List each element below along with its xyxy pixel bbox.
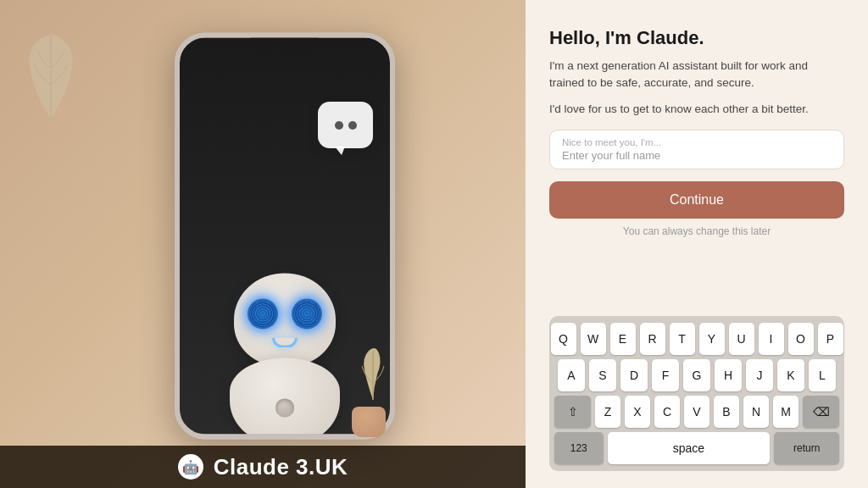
keyboard-row-1: Q W E R T Y U I O P <box>554 323 839 355</box>
input-label: Nice to meet you, I'm... <box>562 137 832 147</box>
watermark-bar: 🤖 Claude 3.UK <box>0 446 526 488</box>
name-input-group: Nice to meet you, I'm... Enter your full… <box>549 130 844 169</box>
key-j[interactable]: J <box>746 359 773 391</box>
key-d[interactable]: D <box>620 359 648 391</box>
phone-notch <box>251 37 319 49</box>
key-l[interactable]: L <box>809 359 836 391</box>
leaf-decoration <box>17 25 85 130</box>
key-p[interactable]: P <box>818 323 843 355</box>
speech-bubble <box>318 102 373 148</box>
keyboard-row-4: 123 space return <box>554 432 839 464</box>
key-e[interactable]: E <box>610 323 636 355</box>
robot-body <box>230 358 340 439</box>
key-q[interactable]: Q <box>551 323 576 355</box>
robot-head <box>234 273 336 366</box>
right-panel: Hello, I'm Claude. I'm a next generation… <box>526 0 868 488</box>
input-placeholder: Enter your full name <box>562 149 832 162</box>
continue-button[interactable]: Continue <box>549 181 844 219</box>
keyboard-row-2: A S D F G H J K L <box>554 359 839 391</box>
plant-decoration <box>352 341 394 437</box>
subtitle-line1: I'm a next generation AI assistant built… <box>549 58 844 92</box>
key-m[interactable]: M <box>773 396 798 428</box>
greeting-subtitle: I'm a next generation AI assistant built… <box>549 58 844 118</box>
robot-eyes <box>248 298 322 329</box>
key-z[interactable]: Z <box>595 396 620 428</box>
key-h[interactable]: H <box>715 359 742 391</box>
robot-eye-left <box>248 298 278 329</box>
robot-character <box>230 273 340 439</box>
change-hint: You can always change this later <box>549 225 844 237</box>
key-r[interactable]: R <box>640 323 665 355</box>
left-panel: 🤖 Claude 3.UK <box>0 0 526 488</box>
key-i[interactable]: I <box>759 323 784 355</box>
key-o[interactable]: O <box>788 323 814 355</box>
key-numbers[interactable]: 123 <box>554 432 604 464</box>
page-title: Hello, I'm Claude. <box>549 27 844 49</box>
bubble-dot-2 <box>348 121 357 130</box>
key-c[interactable]: C <box>654 396 680 428</box>
key-a[interactable]: A <box>558 359 585 391</box>
key-return[interactable]: return <box>774 432 839 464</box>
key-u[interactable]: U <box>729 323 754 355</box>
key-space[interactable]: space <box>608 432 771 464</box>
keyboard-row-3: ⇧ Z X C V B N M ⌫ <box>554 396 839 428</box>
virtual-keyboard: Q W E R T Y U I O P A S D F G H J K L ⇧ … <box>549 316 844 471</box>
bubble-dot-1 <box>335 121 343 130</box>
key-n[interactable]: N <box>743 396 769 428</box>
key-shift[interactable]: ⇧ <box>554 396 591 428</box>
robot-eye-right <box>292 298 322 329</box>
subtitle-line2: I'd love for us to get to know each othe… <box>549 101 844 118</box>
watermark-robot-icon: 🤖 <box>178 454 203 480</box>
key-b[interactable]: B <box>714 396 739 428</box>
robot-mouth <box>272 337 298 347</box>
key-f[interactable]: F <box>652 359 679 391</box>
watermark-text: Claude 3.UK <box>214 454 348 480</box>
key-x[interactable]: X <box>625 396 650 428</box>
key-w[interactable]: W <box>581 323 606 355</box>
key-g[interactable]: G <box>683 359 710 391</box>
robot-body-button <box>275 398 294 417</box>
key-t[interactable]: T <box>670 323 695 355</box>
name-input-box[interactable]: Nice to meet you, I'm... Enter your full… <box>549 130 844 169</box>
plant-vase <box>352 407 386 437</box>
key-y[interactable]: Y <box>699 323 725 355</box>
key-s[interactable]: S <box>589 359 616 391</box>
key-v[interactable]: V <box>684 396 709 428</box>
key-backspace[interactable]: ⌫ <box>803 396 839 428</box>
key-k[interactable]: K <box>777 359 804 391</box>
